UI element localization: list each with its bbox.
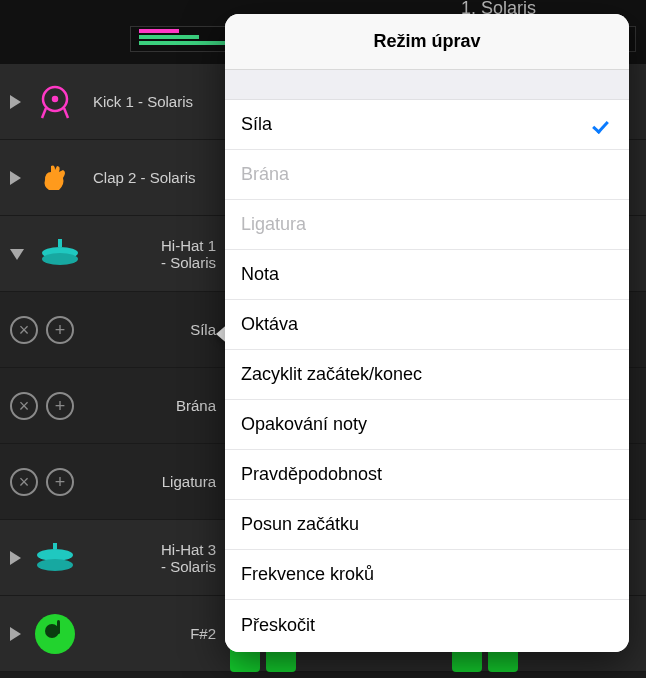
option-label: Nota: [241, 264, 279, 285]
kick-icon: [33, 80, 77, 124]
expand-icon[interactable]: [10, 249, 24, 260]
edit-mode-option-posun[interactable]: Posun začátku: [225, 500, 629, 550]
play-icon[interactable]: [10, 171, 21, 185]
edit-mode-option-opakovani[interactable]: Opakování noty: [225, 400, 629, 450]
remove-row-button[interactable]: ×: [10, 316, 38, 344]
hihat-icon: [38, 232, 82, 276]
option-label: Posun začátku: [241, 514, 359, 535]
hihat-icon: [33, 536, 77, 580]
option-label: Brána: [241, 164, 289, 185]
add-row-button[interactable]: +: [46, 392, 74, 420]
play-icon[interactable]: [10, 627, 21, 641]
svg-line-1: [42, 108, 46, 118]
svg-rect-9: [53, 543, 57, 549]
note-icon: [33, 612, 77, 656]
option-label: Zacyklit začátek/konec: [241, 364, 422, 385]
option-label: Pravděpodobnost: [241, 464, 382, 485]
remove-row-button[interactable]: ×: [10, 392, 38, 420]
option-label: Přeskočit: [241, 615, 315, 636]
checkmark-icon: [593, 118, 613, 132]
edit-mode-option-ligatura[interactable]: Ligatura: [225, 200, 629, 250]
popover-section-spacer: [225, 70, 629, 100]
track-label: Kick 1 - Solaris: [93, 93, 193, 110]
add-row-button[interactable]: +: [46, 316, 74, 344]
play-icon[interactable]: [10, 95, 21, 109]
svg-point-3: [53, 97, 57, 101]
svg-line-2: [64, 108, 68, 118]
option-label: Opakování noty: [241, 414, 367, 435]
option-label: Síla: [241, 114, 272, 135]
remove-row-button[interactable]: ×: [10, 468, 38, 496]
edit-mode-option-preskocit[interactable]: Přeskočit: [225, 600, 629, 650]
timeline-region-a: [139, 29, 179, 33]
edit-mode-option-brana[interactable]: Brána: [225, 150, 629, 200]
track-label: Clap 2 - Solaris: [93, 169, 196, 186]
edit-mode-option-zacyklit[interactable]: Zacyklit začátek/konec: [225, 350, 629, 400]
edit-mode-option-sila[interactable]: Síla: [225, 100, 629, 150]
svg-rect-6: [58, 239, 62, 247]
popover-list: Síla Brána Ligatura Nota Oktáva Zacyklit…: [225, 100, 629, 652]
timeline-region-b: [139, 35, 199, 39]
option-label: Frekvence kroků: [241, 564, 374, 585]
edit-mode-popover: Režim úprav Síla Brána Ligatura Nota Okt…: [225, 14, 629, 652]
popover-title: Režim úprav: [225, 14, 629, 70]
clap-icon: [33, 156, 77, 200]
add-row-button[interactable]: +: [46, 468, 74, 496]
edit-mode-option-nota[interactable]: Nota: [225, 250, 629, 300]
timeline-region-c: [139, 41, 229, 45]
option-label: Oktáva: [241, 314, 298, 335]
svg-point-8: [37, 559, 73, 571]
edit-mode-option-frekvence[interactable]: Frekvence kroků: [225, 550, 629, 600]
option-label: Ligatura: [241, 214, 306, 235]
edit-mode-option-pravdepodobnost[interactable]: Pravděpodobnost: [225, 450, 629, 500]
edit-mode-option-oktava[interactable]: Oktáva: [225, 300, 629, 350]
play-icon[interactable]: [10, 551, 21, 565]
svg-point-5: [42, 253, 78, 265]
